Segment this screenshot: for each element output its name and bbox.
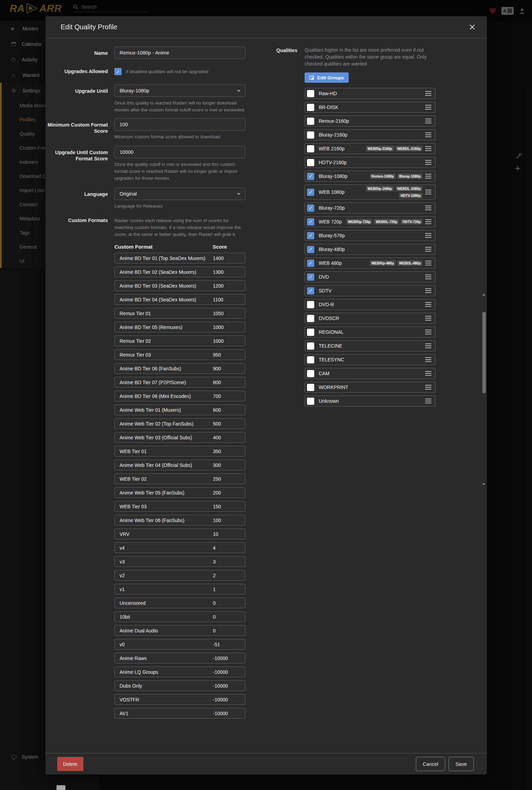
format-row[interactable]: Anime Raws -10000 xyxy=(114,653,245,663)
quality-checkbox[interactable] xyxy=(307,189,314,196)
drag-handle-icon[interactable] xyxy=(425,132,432,137)
format-row[interactable]: Anime Web Tier 06 (FanSubs) 100 xyxy=(114,515,245,526)
format-row[interactable]: Anime Web Tier 05 (FanSubs) 200 xyxy=(114,487,245,498)
quality-row[interactable]: Bluray-576p xyxy=(305,230,436,241)
quality-checkbox[interactable] xyxy=(307,273,314,281)
drag-handle-icon[interactable] xyxy=(425,330,432,334)
format-row[interactable]: Anime BD Tier 03 (SeaDex Muxers) 1200 xyxy=(114,280,245,291)
drag-handle-icon[interactable] xyxy=(425,190,432,194)
quality-checkbox[interactable] xyxy=(307,246,314,253)
close-icon[interactable] xyxy=(468,23,477,32)
name-input[interactable] xyxy=(114,47,245,59)
drag-handle-icon[interactable] xyxy=(425,247,432,252)
format-row[interactable]: VRV 10 xyxy=(114,529,245,539)
edit-groups-button[interactable]: Edit Groups xyxy=(305,72,349,83)
drag-handle-icon[interactable] xyxy=(425,399,432,403)
drag-handle-icon[interactable] xyxy=(425,174,432,179)
quality-checkbox[interactable] xyxy=(307,356,314,363)
drag-handle-icon[interactable] xyxy=(425,233,432,238)
format-row[interactable]: Anime Dual Audio 0 xyxy=(114,625,245,636)
quality-checkbox[interactable] xyxy=(307,173,314,180)
upgrades-allowed-checkbox[interactable] xyxy=(114,68,122,75)
min-format-score-input[interactable] xyxy=(114,118,245,131)
language-select[interactable]: Original xyxy=(114,188,245,200)
format-row[interactable]: AV1 -10000 xyxy=(114,708,245,719)
format-row[interactable]: Anime BD Tier 07 (P2P/Scene) 800 xyxy=(114,377,245,388)
quality-row[interactable]: HDTV-2160p xyxy=(305,157,436,168)
quality-checkbox[interactable] xyxy=(307,159,314,166)
drag-handle-icon[interactable] xyxy=(425,316,432,321)
drag-handle-icon[interactable] xyxy=(425,261,432,266)
drag-handle-icon[interactable] xyxy=(425,119,432,123)
format-row[interactable]: WEB Tier 01 350 xyxy=(114,446,245,457)
scroll-up-arrow[interactable] xyxy=(482,294,485,296)
quality-row[interactable]: DVD-R xyxy=(305,299,436,310)
quality-row[interactable]: DVDSCR xyxy=(305,313,436,324)
drag-handle-icon[interactable] xyxy=(425,357,432,362)
drag-handle-icon[interactable] xyxy=(425,160,432,165)
delete-button[interactable]: Delete xyxy=(57,757,83,771)
quality-checkbox[interactable] xyxy=(307,145,314,152)
format-row[interactable]: WEB Tier 03 150 xyxy=(114,501,245,512)
quality-checkbox[interactable] xyxy=(307,370,314,377)
format-row[interactable]: Anime BD Tier 05 (Remuxes) 1000 xyxy=(114,322,245,332)
format-row[interactable]: v2 2 xyxy=(114,570,245,581)
format-row[interactable]: Anime Web Tier 03 (Official Subs) 400 xyxy=(114,432,245,443)
quality-row[interactable]: WEB 2160p WEBRip-2160pWEBDL-2160p xyxy=(305,143,436,154)
drag-handle-icon[interactable] xyxy=(425,274,432,279)
format-row[interactable]: Anime Web Tier 04 (Official Subs) 300 xyxy=(114,460,245,470)
quality-row[interactable]: Bluray-720p xyxy=(305,202,436,213)
quality-row[interactable]: CAM xyxy=(305,368,436,379)
drag-handle-icon[interactable] xyxy=(425,91,432,96)
quality-row[interactable]: WEB 720p WEBRip-720pWEBDL-720pHDTV-720p xyxy=(305,216,436,227)
quality-checkbox[interactable] xyxy=(307,398,314,405)
quality-checkbox[interactable] xyxy=(307,287,314,294)
drag-handle-icon[interactable] xyxy=(425,105,432,110)
format-row[interactable]: Remux Tier 03 950 xyxy=(114,349,245,360)
format-row[interactable]: Anime LQ Groups -10000 xyxy=(114,667,245,677)
drag-handle-icon[interactable] xyxy=(425,385,432,390)
quality-checkbox[interactable] xyxy=(307,384,314,391)
quality-row[interactable]: TELESYNC xyxy=(305,354,436,365)
drag-handle-icon[interactable] xyxy=(425,302,432,307)
drag-handle-icon[interactable] xyxy=(425,146,432,151)
format-row[interactable]: Uncensored 0 xyxy=(114,598,245,608)
quality-checkbox[interactable] xyxy=(307,104,314,111)
quality-checkbox[interactable] xyxy=(307,329,314,336)
quality-checkbox[interactable] xyxy=(307,301,314,308)
quality-row[interactable]: Raw-HD xyxy=(305,88,436,99)
quality-checkbox[interactable] xyxy=(307,260,314,267)
quality-checkbox[interactable] xyxy=(307,232,314,239)
format-row[interactable]: Remux Tier 02 1000 xyxy=(114,336,245,346)
format-row[interactable]: 10bit 0 xyxy=(114,611,245,622)
format-row[interactable]: Anime Web Tier 02 (Top FanSubs) 500 xyxy=(114,418,245,429)
quality-row[interactable]: Bluray-480p xyxy=(305,244,436,255)
drag-handle-icon[interactable] xyxy=(425,343,432,348)
format-row[interactable]: Anime Web Tier 01 (Muxers) 600 xyxy=(114,404,245,415)
quality-checkbox[interactable] xyxy=(307,118,314,125)
format-row[interactable]: v3 3 xyxy=(114,556,245,567)
until-format-score-input[interactable] xyxy=(114,146,245,158)
scroll-down-arrow[interactable] xyxy=(482,483,485,485)
quality-checkbox[interactable] xyxy=(307,342,314,350)
drag-handle-icon[interactable] xyxy=(425,206,432,210)
drag-handle-icon[interactable] xyxy=(425,288,432,293)
format-row[interactable]: Anime BD Tier 02 (SeaDex Muxers) 1300 xyxy=(114,267,245,277)
quality-row[interactable]: REGIONAL xyxy=(305,327,436,338)
quality-checkbox[interactable] xyxy=(307,204,314,212)
cancel-button[interactable]: Cancel xyxy=(416,757,445,771)
quality-row[interactable]: SDTV xyxy=(305,285,436,296)
quality-row[interactable]: Bluray-2160p xyxy=(305,129,436,140)
format-row[interactable]: v1 1 xyxy=(114,584,245,594)
quality-row[interactable]: BR-DISK xyxy=(305,102,436,113)
format-row[interactable]: v4 4 xyxy=(114,542,245,553)
quality-row[interactable]: WEB 1080p WEBRip-1080pWEBDL-1080pHDTV-10… xyxy=(305,184,436,200)
quality-row[interactable]: WEB 480p WEBRip-480pWEBDL-480p xyxy=(305,258,436,269)
format-row[interactable]: Anime BD Tier 01 (Top SeaDex Muxers) 140… xyxy=(114,253,245,263)
format-row[interactable]: Dubs Only -10000 xyxy=(114,680,245,691)
quality-row[interactable]: Bluray-1080p Remux-1080pBluray-1080p xyxy=(305,171,436,182)
save-button[interactable]: Save xyxy=(449,757,474,771)
quality-row[interactable]: Unknown xyxy=(305,396,436,407)
quality-checkbox[interactable] xyxy=(307,131,314,139)
upgrade-until-select[interactable]: Bluray-1080p xyxy=(114,84,245,97)
